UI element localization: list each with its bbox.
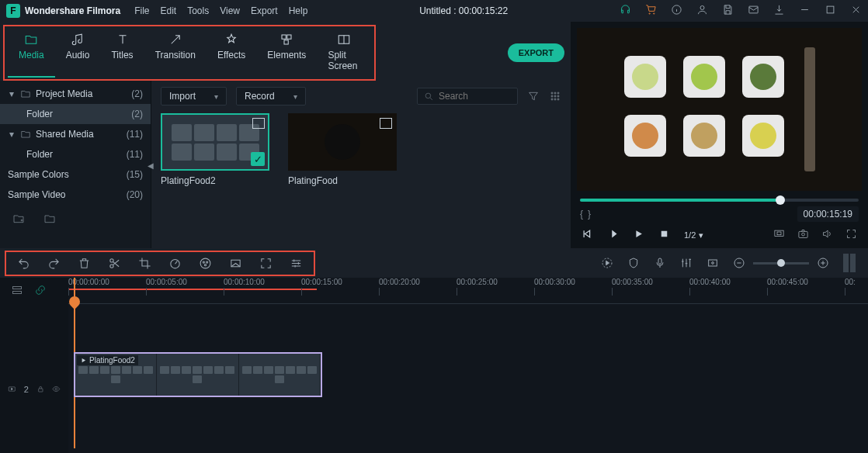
tab-splitscreen[interactable]: Split Screen [317,28,371,78]
preview-ratio[interactable]: 1/2 ▾ [684,230,703,240]
tab-audio-label: Audio [66,50,90,61]
timeline-link-icon[interactable] [34,284,47,299]
menu-view[interactable]: View [220,5,240,16]
app-name: Wondershare Filmora [25,5,120,16]
voiceover-icon[interactable] [654,257,666,269]
sidebar-item-sample-colors[interactable]: Sample Colors(15) [0,164,151,185]
tab-elements[interactable]: Elements [256,28,317,78]
undo-icon[interactable] [17,257,30,270]
new-folder-icon[interactable] [12,213,25,227]
preview-video[interactable] [577,28,862,191]
track-height-icon[interactable] [843,254,857,272]
zoom-slider[interactable] [753,262,809,265]
stop-icon[interactable] [658,228,670,242]
account-icon[interactable] [696,4,708,18]
sidebar-item-project-media[interactable]: ▾Project Media(2) [0,84,151,104]
zoom-out-icon[interactable] [733,257,745,269]
fullscreen-icon[interactable] [845,228,857,242]
save-icon[interactable] [722,4,734,18]
track-header[interactable]: 2 [0,384,68,394]
preview-timecode: 00:00:15:19 [797,206,859,222]
svg-rect-38 [13,291,22,293]
preview-bowl [624,115,666,157]
menu-file[interactable]: File [134,5,149,16]
delete-icon[interactable] [78,257,91,270]
window-minimize-icon[interactable] [799,4,811,18]
download-icon[interactable] [773,4,785,18]
preview-bowl [624,56,666,98]
search-box[interactable] [417,88,518,105]
green-screen-icon[interactable] [229,257,242,270]
folder-icon[interactable] [43,213,56,227]
collapse-sidebar-icon[interactable]: ◀ [148,161,155,177]
snapshot-icon[interactable] [797,228,809,242]
color-icon[interactable] [199,257,212,270]
grid-view-icon[interactable] [549,90,561,102]
svg-rect-33 [709,260,717,266]
play-pause-icon[interactable] [607,228,619,242]
tab-transition[interactable]: Transition [144,28,207,78]
speed-icon[interactable] [168,257,182,270]
tab-media[interactable]: Media [8,28,55,78]
sidebar-item-sample-video[interactable]: Sample Video(20) [0,185,151,205]
media-thumb-2[interactable]: PlatingFood [288,113,397,186]
split-icon[interactable] [108,257,121,270]
tab-effects[interactable]: Effects [207,28,256,78]
sidebar-item-shared-media[interactable]: ▾Shared Media(11) [0,124,151,144]
preview-seek-slider[interactable] [580,199,859,202]
menu-tools[interactable]: Tools [187,5,209,16]
timeline-clip[interactable]: PlatingFood2 [74,352,322,397]
svg-point-14 [557,95,559,97]
tab-titles[interactable]: Titles [100,28,144,78]
svg-point-1 [700,6,704,10]
source-tabs-highlight: Media Audio Titles Transition Effects El… [3,25,376,81]
svg-point-27 [203,261,204,263]
lock-icon[interactable] [36,384,45,394]
import-label: Import [169,91,196,102]
mail-icon[interactable] [748,4,759,18]
thumb-label: PlatingFood2 [161,175,269,186]
menu-help[interactable]: Help [289,5,308,16]
timeline-ruler[interactable]: 00:00:00:0000:00:05:0000:00:10:0000:00:1… [68,278,868,304]
headset-icon[interactable] [620,4,631,18]
info-icon[interactable] [671,4,682,18]
media-thumb-1[interactable]: ✓ PlatingFood2 [161,113,269,186]
play-icon[interactable] [633,228,644,242]
marker-icon[interactable] [627,257,640,269]
audio-mixer-icon[interactable] [680,257,693,269]
display-mode-icon[interactable] [773,228,785,242]
sidebar-item-folder-1[interactable]: Folder(2) [0,104,151,124]
tab-splitscreen-label: Split Screen [328,50,360,71]
import-dropdown[interactable]: Import▾ [161,87,227,105]
keyframe-icon[interactable] [707,257,719,269]
zoom-in-icon[interactable] [817,257,829,269]
volume-icon[interactable] [821,228,833,242]
svg-rect-20 [777,232,781,235]
filter-icon[interactable] [527,90,540,102]
prev-frame-icon[interactable] [582,228,593,242]
cart-icon[interactable] [645,4,657,18]
render-icon[interactable] [601,257,613,269]
redo-icon[interactable] [47,257,61,270]
svg-rect-4 [282,35,286,39]
svg-rect-21 [799,231,807,237]
sidebar-item-folder-2[interactable]: Folder(11) [0,144,151,164]
preview-bowl [683,56,725,98]
menu-export[interactable]: Export [251,5,278,16]
visibility-icon[interactable] [52,384,61,394]
crop-icon[interactable] [138,257,151,270]
tab-audio[interactable]: Audio [55,28,101,78]
menu-edit[interactable]: Edit [160,5,176,16]
window-maximize-icon[interactable] [825,4,836,18]
svg-point-17 [557,99,559,100]
brace-right: } [588,209,591,220]
settings-sliders-icon[interactable] [290,257,303,270]
export-button[interactable]: EXPORT [508,43,564,62]
expand-icon[interactable] [259,257,273,270]
search-input[interactable] [439,91,501,102]
window-close-icon[interactable] [850,4,862,18]
svg-rect-32 [658,258,661,264]
timeline-stack-icon[interactable] [11,284,23,299]
sidebar-count: (11) [127,149,143,160]
record-dropdown[interactable]: Record▾ [236,87,306,105]
